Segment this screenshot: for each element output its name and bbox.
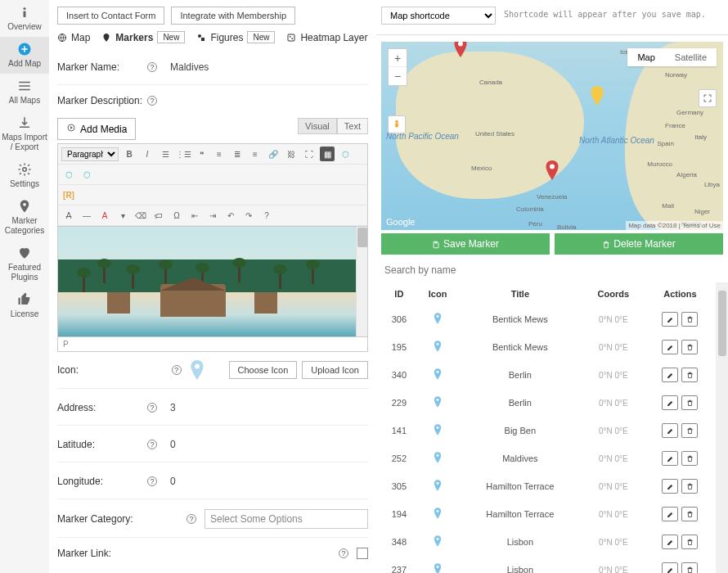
align-right-icon[interactable]: ≡ <box>248 147 263 161</box>
link-icon[interactable]: 🔗 <box>266 147 281 161</box>
sidebar-item-featured-plugins[interactable]: Featured Plugins <box>0 241 49 287</box>
map-pin-red-icon[interactable] <box>545 160 559 180</box>
choose-icon-button[interactable]: Choose Icon <box>229 361 298 379</box>
map-pin-red-icon[interactable] <box>453 42 468 57</box>
zoom-out-button[interactable]: − <box>389 67 407 85</box>
delete-marker-button[interactable]: Delete Marker <box>555 233 723 255</box>
clear-format-icon[interactable]: ⌫ <box>133 208 148 223</box>
tab-heatmap[interactable]: Heatmap Layer <box>286 32 367 43</box>
quote-icon[interactable]: ❝ <box>194 147 209 161</box>
text-color-icon[interactable]: A <box>97 208 112 223</box>
th-icon[interactable]: Icon <box>417 282 459 305</box>
delete-button[interactable] <box>681 562 698 573</box>
table-scrollbar[interactable] <box>716 282 728 573</box>
help-icon[interactable]: ? <box>147 62 157 72</box>
editor-scrollbar[interactable] <box>356 227 367 336</box>
help-icon[interactable]: ? <box>147 403 157 413</box>
r-shortcode-icon[interactable]: [R] <box>61 187 76 202</box>
sidebar-item-import-export[interactable]: Maps Import / Export <box>0 111 49 157</box>
edit-button[interactable] <box>662 535 678 549</box>
th-coords[interactable]: Coords <box>582 282 645 305</box>
map-type-satellite[interactable]: Satellite <box>665 48 717 66</box>
tab-map[interactable]: Map <box>57 32 90 43</box>
hr-icon[interactable]: — <box>79 208 94 223</box>
pegman-icon[interactable] <box>388 115 406 133</box>
editor-content[interactable] <box>57 227 368 337</box>
tab-markers[interactable]: Markers New <box>101 31 185 43</box>
editor-tab-text[interactable]: Text <box>337 118 368 134</box>
help-icon[interactable]: ? <box>147 440 157 449</box>
delete-button[interactable] <box>681 340 698 354</box>
save-marker-button[interactable]: Save Marker <box>381 233 550 255</box>
help-icon[interactable]: ? <box>147 96 157 106</box>
list-ul-icon[interactable]: ☰ <box>158 147 173 161</box>
help-icon[interactable]: ? <box>186 514 196 524</box>
longitude-input[interactable] <box>165 472 368 490</box>
zoom-in-button[interactable]: + <box>389 49 407 67</box>
add-media-button[interactable]: Add Media <box>57 118 136 140</box>
edit-button[interactable] <box>662 479 678 494</box>
sidebar-item-all-maps[interactable]: All Maps <box>0 74 49 111</box>
delete-button[interactable] <box>681 535 698 549</box>
omega-icon[interactable]: Ω <box>169 208 184 223</box>
outdent-icon[interactable]: ⇤ <box>187 208 202 223</box>
edit-button[interactable] <box>662 451 678 466</box>
th-title[interactable]: Title <box>458 282 582 305</box>
map-pin-yellow-icon[interactable] <box>590 86 604 106</box>
editor-tab-visual[interactable]: Visual <box>298 118 337 134</box>
address-input[interactable] <box>165 399 368 417</box>
integrate-membership-button[interactable]: Integrate with Membership <box>171 7 295 25</box>
delete-button[interactable] <box>681 507 698 521</box>
fullscreen-icon[interactable]: ⛶ <box>302 147 317 161</box>
edit-button[interactable] <box>662 423 678 438</box>
category-select[interactable]: Select Some Options <box>204 509 368 529</box>
align-center-icon[interactable]: ≣ <box>230 147 245 161</box>
plugin3-icon[interactable]: ⬡ <box>79 167 94 182</box>
undo-icon[interactable]: ↶ <box>223 208 238 223</box>
marker-link-checkbox[interactable] <box>357 548 368 559</box>
strike-icon[interactable]: A <box>61 208 76 223</box>
sidebar-item-marker-categories[interactable]: Marker Categories <box>0 194 49 241</box>
map-type-map[interactable]: Map <box>627 48 664 66</box>
edit-button[interactable] <box>662 340 678 354</box>
edit-button[interactable] <box>662 562 678 573</box>
list-ol-icon[interactable]: ⋮☰ <box>176 147 191 161</box>
delete-button[interactable] <box>681 395 698 410</box>
italic-icon[interactable]: I <box>140 147 155 161</box>
redo-icon[interactable]: ↷ <box>241 208 256 223</box>
sidebar-item-license[interactable]: License <box>0 287 49 324</box>
insert-contact-button[interactable]: Insert to Contact Form <box>57 7 164 25</box>
help-icon[interactable]: ? <box>147 476 157 486</box>
latitude-input[interactable] <box>165 435 368 453</box>
delete-button[interactable] <box>681 312 698 327</box>
tag-icon[interactable]: 🏷 <box>151 208 166 223</box>
delete-button[interactable] <box>681 479 698 494</box>
editor-help-icon[interactable]: ? <box>259 208 274 223</box>
fullscreen-button[interactable] <box>699 89 717 107</box>
plugin2-icon[interactable]: ⬡ <box>61 167 76 182</box>
th-id[interactable]: ID <box>381 282 417 305</box>
marker-name-input[interactable] <box>165 58 368 76</box>
align-left-icon[interactable]: ≡ <box>212 147 227 161</box>
unlink-icon[interactable]: ⛓ <box>284 147 299 161</box>
help-icon[interactable]: ? <box>172 365 182 375</box>
edit-button[interactable] <box>662 507 678 521</box>
help-icon[interactable]: ? <box>339 548 348 558</box>
bold-icon[interactable]: B <box>122 147 137 161</box>
plugin-icon[interactable]: ⬡ <box>338 147 353 161</box>
shortcode-select[interactable]: Map shortcode <box>381 7 496 25</box>
toolbar-toggle-icon[interactable]: ▦ <box>320 147 335 161</box>
upload-icon-button[interactable]: Upload Icon <box>302 361 368 379</box>
sidebar-item-add-map[interactable]: Add Map <box>0 37 49 74</box>
paragraph-select[interactable]: Paragraph <box>61 147 119 161</box>
delete-button[interactable] <box>681 423 698 438</box>
edit-button[interactable] <box>662 368 678 382</box>
search-input[interactable] <box>381 261 728 279</box>
sidebar-item-settings[interactable]: Settings <box>0 157 49 194</box>
tab-figures[interactable]: Figures New <box>196 31 275 43</box>
delete-button[interactable] <box>681 451 698 466</box>
indent-icon[interactable]: ⇥ <box>205 208 220 223</box>
sidebar-item-overview[interactable]: Overview <box>0 0 49 37</box>
edit-button[interactable] <box>662 312 678 327</box>
map[interactable]: North Pacific Ocean North Atlantic Ocean… <box>381 42 723 230</box>
